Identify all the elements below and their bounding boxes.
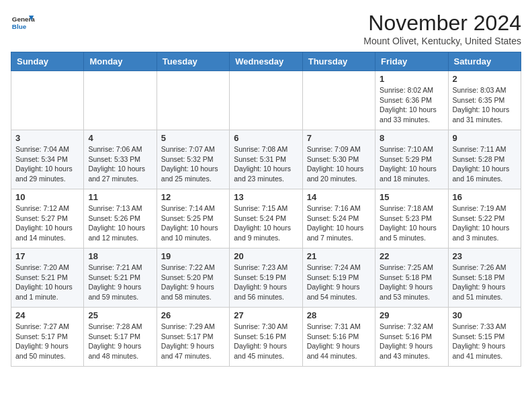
day-info: Sunrise: 7:18 AM Sunset: 5:23 PM Dayligh… [380, 203, 443, 243]
calendar-day-cell: 28Sunrise: 7:31 AM Sunset: 5:16 PM Dayli… [302, 308, 375, 367]
calendar-day-cell: 11Sunrise: 7:13 AM Sunset: 5:26 PM Dayli… [84, 189, 157, 248]
empty-cell [302, 71, 375, 130]
day-number: 4 [88, 133, 152, 143]
day-number: 15 [380, 192, 443, 202]
day-number: 1 [380, 74, 443, 84]
calendar-week-row: 24Sunrise: 7:27 AM Sunset: 5:17 PM Dayli… [11, 308, 521, 367]
day-number: 24 [15, 310, 79, 320]
calendar-header-row: SundayMondayTuesdayWednesdayThursdayFrid… [11, 52, 521, 71]
day-info: Sunrise: 7:29 AM Sunset: 5:17 PM Dayligh… [161, 322, 225, 361]
day-info: Sunrise: 7:33 AM Sunset: 5:15 PM Dayligh… [453, 322, 517, 361]
day-info: Sunrise: 7:15 AM Sunset: 5:24 PM Dayligh… [234, 203, 298, 243]
day-info: Sunrise: 8:02 AM Sunset: 6:36 PM Dayligh… [380, 85, 443, 125]
calendar-day-cell: 26Sunrise: 7:29 AM Sunset: 5:17 PM Dayli… [157, 308, 229, 367]
day-number: 17 [15, 251, 79, 261]
day-info: Sunrise: 7:31 AM Sunset: 5:16 PM Dayligh… [307, 322, 371, 361]
day-info: Sunrise: 7:09 AM Sunset: 5:30 PM Dayligh… [307, 144, 371, 184]
calendar-day-cell: 8Sunrise: 7:10 AM Sunset: 5:29 PM Daylig… [375, 130, 448, 189]
calendar-day-cell: 7Sunrise: 7:09 AM Sunset: 5:30 PM Daylig… [302, 130, 375, 189]
calendar-day-cell: 23Sunrise: 7:26 AM Sunset: 5:18 PM Dayli… [448, 248, 521, 308]
day-info: Sunrise: 7:12 AM Sunset: 5:27 PM Dayligh… [15, 203, 79, 243]
day-number: 16 [453, 192, 517, 202]
col-header-monday: Monday [84, 52, 157, 71]
day-number: 14 [307, 192, 371, 202]
day-info: Sunrise: 7:23 AM Sunset: 5:19 PM Dayligh… [234, 263, 298, 302]
title-section: November 2024 Mount Olivet, Kentucky, Un… [363, 11, 521, 46]
calendar-day-cell: 4Sunrise: 7:06 AM Sunset: 5:33 PM Daylig… [84, 130, 157, 189]
logo-icon: General Blue [11, 11, 35, 35]
day-number: 18 [88, 251, 152, 261]
calendar-week-row: 1Sunrise: 8:02 AM Sunset: 6:36 PM Daylig… [11, 71, 521, 130]
col-header-wednesday: Wednesday [230, 52, 302, 71]
col-header-thursday: Thursday [302, 52, 375, 71]
page-header: General Blue November 2024 Mount Olivet,… [11, 11, 521, 46]
calendar-day-cell: 20Sunrise: 7:23 AM Sunset: 5:19 PM Dayli… [230, 248, 302, 308]
day-number: 21 [307, 251, 371, 261]
calendar-day-cell: 24Sunrise: 7:27 AM Sunset: 5:17 PM Dayli… [11, 308, 84, 367]
calendar-day-cell: 18Sunrise: 7:21 AM Sunset: 5:21 PM Dayli… [84, 248, 157, 308]
day-number: 6 [234, 133, 298, 143]
day-number: 28 [307, 310, 371, 320]
day-number: 22 [380, 251, 443, 261]
calendar-day-cell: 1Sunrise: 8:02 AM Sunset: 6:36 PM Daylig… [375, 71, 448, 130]
day-number: 13 [234, 192, 298, 202]
day-number: 30 [453, 310, 517, 320]
calendar-week-row: 3Sunrise: 7:04 AM Sunset: 5:34 PM Daylig… [11, 130, 521, 189]
day-info: Sunrise: 7:06 AM Sunset: 5:33 PM Dayligh… [88, 144, 152, 184]
day-number: 27 [234, 310, 298, 320]
day-info: Sunrise: 7:13 AM Sunset: 5:26 PM Dayligh… [88, 203, 152, 243]
day-number: 2 [453, 74, 517, 84]
calendar-day-cell: 19Sunrise: 7:22 AM Sunset: 5:20 PM Dayli… [157, 248, 229, 308]
day-number: 23 [453, 251, 517, 261]
col-header-sunday: Sunday [11, 52, 84, 71]
day-number: 26 [161, 310, 225, 320]
logo: General Blue [11, 11, 35, 35]
calendar-day-cell: 29Sunrise: 7:32 AM Sunset: 5:16 PM Dayli… [375, 308, 448, 367]
day-number: 29 [380, 310, 443, 320]
day-info: Sunrise: 7:08 AM Sunset: 5:31 PM Dayligh… [234, 144, 298, 184]
calendar-day-cell: 10Sunrise: 7:12 AM Sunset: 5:27 PM Dayli… [11, 189, 84, 248]
empty-cell [157, 71, 229, 130]
col-header-saturday: Saturday [448, 52, 521, 71]
day-info: Sunrise: 7:20 AM Sunset: 5:21 PM Dayligh… [15, 263, 79, 302]
day-info: Sunrise: 7:27 AM Sunset: 5:17 PM Dayligh… [15, 322, 79, 361]
calendar-day-cell: 9Sunrise: 7:11 AM Sunset: 5:28 PM Daylig… [448, 130, 521, 189]
calendar-day-cell: 3Sunrise: 7:04 AM Sunset: 5:34 PM Daylig… [11, 130, 84, 189]
day-info: Sunrise: 8:03 AM Sunset: 6:35 PM Dayligh… [453, 85, 517, 125]
day-number: 3 [15, 133, 79, 143]
calendar-day-cell: 14Sunrise: 7:16 AM Sunset: 5:24 PM Dayli… [302, 189, 375, 248]
day-number: 11 [88, 192, 152, 202]
day-info: Sunrise: 7:04 AM Sunset: 5:34 PM Dayligh… [15, 144, 79, 184]
calendar-day-cell: 27Sunrise: 7:30 AM Sunset: 5:16 PM Dayli… [230, 308, 302, 367]
empty-cell [11, 71, 84, 130]
location: Mount Olivet, Kentucky, United States [363, 36, 521, 46]
calendar-day-cell: 5Sunrise: 7:07 AM Sunset: 5:32 PM Daylig… [157, 130, 229, 189]
day-info: Sunrise: 7:16 AM Sunset: 5:24 PM Dayligh… [307, 203, 371, 243]
day-info: Sunrise: 7:19 AM Sunset: 5:22 PM Dayligh… [453, 203, 517, 243]
calendar-day-cell: 13Sunrise: 7:15 AM Sunset: 5:24 PM Dayli… [230, 189, 302, 248]
calendar-day-cell: 15Sunrise: 7:18 AM Sunset: 5:23 PM Dayli… [375, 189, 448, 248]
calendar-day-cell: 17Sunrise: 7:20 AM Sunset: 5:21 PM Dayli… [11, 248, 84, 308]
calendar-week-row: 17Sunrise: 7:20 AM Sunset: 5:21 PM Dayli… [11, 248, 521, 308]
calendar-day-cell: 12Sunrise: 7:14 AM Sunset: 5:25 PM Dayli… [157, 189, 229, 248]
day-info: Sunrise: 7:32 AM Sunset: 5:16 PM Dayligh… [380, 322, 443, 361]
calendar-day-cell: 16Sunrise: 7:19 AM Sunset: 5:22 PM Dayli… [448, 189, 521, 248]
month-title: November 2024 [363, 11, 521, 36]
calendar-day-cell: 2Sunrise: 8:03 AM Sunset: 6:35 PM Daylig… [448, 71, 521, 130]
calendar-day-cell: 6Sunrise: 7:08 AM Sunset: 5:31 PM Daylig… [230, 130, 302, 189]
col-header-friday: Friday [375, 52, 448, 71]
day-info: Sunrise: 7:14 AM Sunset: 5:25 PM Dayligh… [161, 203, 225, 243]
day-info: Sunrise: 7:11 AM Sunset: 5:28 PM Dayligh… [453, 144, 517, 184]
day-info: Sunrise: 7:21 AM Sunset: 5:21 PM Dayligh… [88, 263, 152, 302]
day-number: 12 [161, 192, 225, 202]
empty-cell [230, 71, 302, 130]
calendar-day-cell: 25Sunrise: 7:28 AM Sunset: 5:17 PM Dayli… [84, 308, 157, 367]
day-number: 20 [234, 251, 298, 261]
empty-cell [84, 71, 157, 130]
day-number: 19 [161, 251, 225, 261]
day-number: 7 [307, 133, 371, 143]
day-number: 10 [15, 192, 79, 202]
day-info: Sunrise: 7:25 AM Sunset: 5:18 PM Dayligh… [380, 263, 443, 302]
day-number: 5 [161, 133, 225, 143]
day-info: Sunrise: 7:07 AM Sunset: 5:32 PM Dayligh… [161, 144, 225, 184]
